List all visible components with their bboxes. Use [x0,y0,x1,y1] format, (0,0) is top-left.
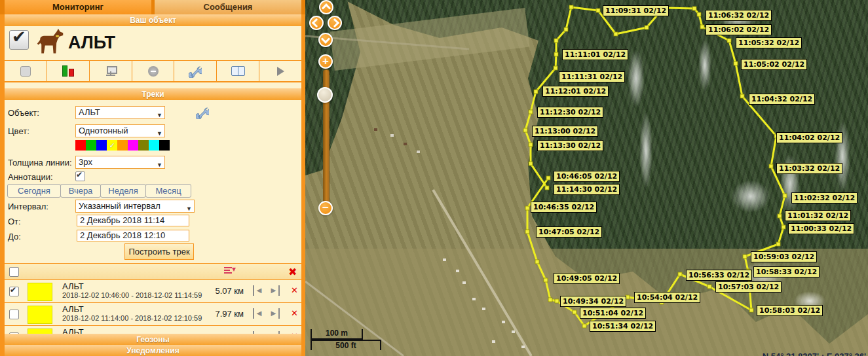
annotations-label: Аннотации: [8,172,53,182]
color-swatch[interactable] [86,140,96,151]
pan-down-button[interactable] [318,33,333,47]
period-today-button[interactable]: Сегодня [7,184,61,198]
object-select[interactable]: АЛЬТ▼ [75,106,165,119]
chevron-right-icon [330,18,339,27]
logbook-icon[interactable] [217,61,259,81]
color-swatch[interactable]: ✓ [107,140,117,151]
clear-all-icon[interactable]: ✖ [288,266,297,278]
map-area[interactable]: 11:09:31 02/1211:06:32 02/1211:06:02 02/… [305,0,868,356]
color-swatch[interactable] [96,140,107,151]
interval-select[interactable]: Указанный интервал▼ [75,200,195,213]
interval-label: Интервал: [8,202,48,211]
delete-track-icon[interactable]: ✕ [291,285,298,295]
color-palette: ✓ [75,140,170,151]
play-icon[interactable] [259,61,301,81]
scale-imperial: 500 ft [311,340,381,350]
period-week-button[interactable]: Неделя [100,184,146,198]
select-all-checkbox[interactable] [9,267,19,277]
color-swatch[interactable] [117,140,128,151]
play-triangle-icon [277,67,284,76]
track-annotation: 11:12:30 02/12 [537,107,603,118]
track-color-swatch [28,306,52,324]
track-annotation: 11:05:02 02/12 [741,59,807,70]
skip-start-icon[interactable]: ◄ [253,285,263,296]
chevron-down-icon: ▼ [186,203,192,215]
build-track-button[interactable]: Построить трек [124,243,194,260]
village-houses [374,128,525,348]
color-swatch[interactable] [138,140,149,151]
battery-status-icon[interactable] [47,61,90,81]
track-annotation: 11:06:02 02/12 [706,24,772,35]
book-icon [231,66,245,76]
track-annotation: 10:59:03 02/12 [751,251,817,262]
chevron-down-icon: ▼ [157,109,162,121]
track-distance: 5.07 км [201,286,244,296]
delete-track-icon[interactable]: ✕ [291,308,298,318]
track-annotation: 10:58:33 02/12 [753,266,820,277]
tab-monitoring[interactable]: Мониторинг [5,0,151,14]
chevron-left-icon [312,18,321,27]
chevron-up-icon [322,3,331,12]
line-width-label: Толщина линии: [8,158,72,168]
track-annotation: 10:54:04 02/12 [634,292,700,303]
tab-bar: Мониторинг Сообщения [0,0,305,14]
track-row-1: АЛЬТ 2018-12-02 10:46:00 - 2018-12-02 11… [5,280,301,303]
section-header-tracks: Треки [5,88,301,100]
object-checkbox[interactable] [9,30,29,50]
object-settings-wrench-icon[interactable] [196,106,209,119]
skip-end-icon[interactable]: ► [269,285,280,296]
track-annotation: 10:51:04 02/12 [580,308,646,319]
track-annotation: 11:06:32 02/12 [706,10,772,21]
minus-circle-icon [148,66,159,77]
color-select[interactable]: Однотонный▼ [75,124,165,137]
skip-start-icon[interactable]: ◄ [253,308,263,319]
sort-icon[interactable] [224,267,236,277]
track-annotation: 10:58:03 02/12 [757,305,823,316]
period-month-button[interactable]: Месяц [145,184,191,198]
dog-icon [36,27,65,58]
to-input[interactable]: 2 Декабрь 2018 12:10 [77,230,189,241]
disable-icon[interactable] [132,61,175,81]
track-annotation: 11:11:31 02/12 [559,71,625,82]
zoom-slider-knob[interactable] [317,87,333,103]
chevron-down-icon: ▼ [157,159,162,171]
track-row-2: АЛЬТ 2018-12-02 11:14:00 - 2018-12-02 12… [5,303,301,326]
row-checkbox[interactable] [9,287,19,296]
station-icon[interactable] [90,61,132,81]
line-width-select[interactable]: 3px▼ [75,156,165,169]
track-annotation: 10:47:05 02/12 [536,226,602,238]
plus-icon: + [322,56,329,67]
track-annotation: 11:02:32 02/12 [791,192,858,204]
color-swatch[interactable] [159,140,170,151]
zoom-out-button[interactable]: − [318,201,333,215]
zoom-in-button[interactable]: + [318,54,333,69]
from-input[interactable]: 2 Декабрь 2018 11:14 [77,215,189,226]
track-annotation: 10:57:03 02/12 [715,281,782,293]
row-checkbox[interactable] [9,310,19,319]
pan-left-button[interactable] [309,16,324,30]
track-annotation: 11:04:02 02/12 [776,132,842,143]
color-swatch[interactable] [75,140,86,151]
checkbox-icon[interactable] [5,61,47,81]
wrench-button[interactable] [174,61,217,81]
sidebar: Мониторинг Сообщения Ваш объект АЛЬТ Тре… [0,0,305,356]
track-list-header: ✖ [5,263,301,280]
pan-up-button[interactable] [319,0,333,14]
color-swatch[interactable] [128,140,138,151]
track-annotation: 11:14:30 02/12 [554,184,620,195]
tab-messages[interactable]: Сообщения [155,0,301,14]
track-annotation: 10:49:34 02/12 [560,296,626,307]
section-header-your-object: Ваш объект [5,14,301,26]
track-name: АЛЬТ [62,304,84,314]
track-annotation: 11:01:32 02/12 [785,210,851,221]
skip-end-icon[interactable]: ► [269,308,280,319]
pan-right-button[interactable] [328,16,342,30]
section-header-geozones[interactable]: Геозоны [5,334,301,346]
section-header-notifications[interactable]: Уведомления [5,345,301,356]
annotations-checkbox[interactable] [75,171,85,181]
color-swatch[interactable] [149,140,159,151]
object-name: АЛЬТ [68,33,115,53]
track-annotation: 10:51:34 02/12 [590,321,656,332]
scale-metric: 100 m [311,329,363,340]
period-yesterday-button[interactable]: Вчера [60,184,101,198]
